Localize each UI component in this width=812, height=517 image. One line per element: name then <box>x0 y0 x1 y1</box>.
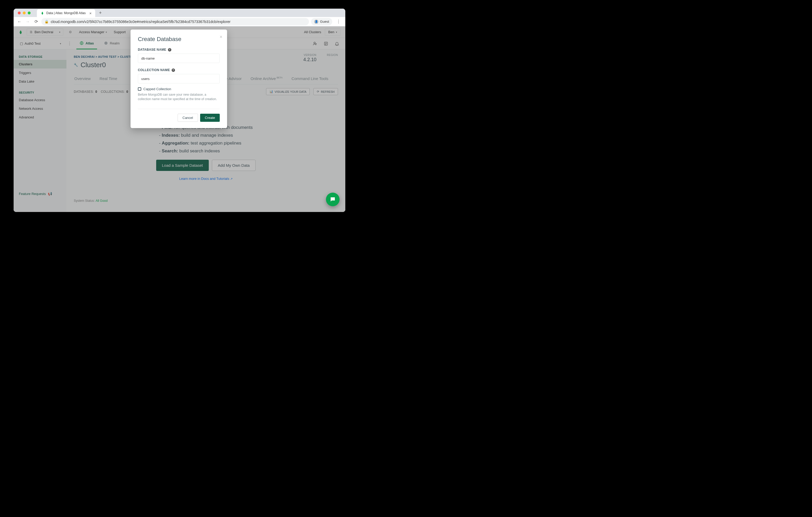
back-button[interactable]: ← <box>16 19 23 24</box>
cancel-button[interactable]: Cancel <box>178 114 198 122</box>
help-icon[interactable]: ? <box>172 68 175 72</box>
collection-name-input[interactable] <box>138 74 220 83</box>
helper-text: Before MongoDB can save your new databas… <box>138 93 220 101</box>
db-name-input[interactable] <box>138 54 220 63</box>
close-window-icon[interactable] <box>18 11 21 14</box>
lock-icon: 🔒 <box>45 20 49 24</box>
browser-window: Data | Atlas: MongoDB Atlas × + ← → ⟳ 🔒 … <box>13 9 345 212</box>
intercom-chat-button[interactable] <box>326 193 340 206</box>
app: 🗎 Ben Dechrai ▾ ⚙ Access Manager ▾ Suppo… <box>13 26 345 212</box>
profile-button[interactable]: 👤 Guest <box>311 18 332 25</box>
url-text: cloud.mongodb.com/v2/5f437cc7b89c3755086… <box>51 20 230 24</box>
new-tab-button[interactable]: + <box>99 10 102 16</box>
tab-close-icon[interactable]: × <box>89 11 92 16</box>
window-controls <box>16 11 32 14</box>
chat-icon <box>329 196 336 203</box>
checkbox-icon <box>138 87 141 91</box>
collection-name-label: COLLECTION NAME ? <box>138 68 220 72</box>
mongodb-leaf-icon <box>40 11 44 15</box>
omnibox[interactable]: 🔒 cloud.mongodb.com/v2/5f437cc7b89c37550… <box>41 18 309 25</box>
create-database-modal: × Create Database DATABASE NAME ? COLLEC… <box>130 30 227 128</box>
maximize-window-icon[interactable] <box>28 11 31 14</box>
tab-title: Data | Atlas: MongoDB Atlas <box>46 11 86 15</box>
modal-close-button[interactable]: × <box>220 34 222 40</box>
forward-button[interactable]: → <box>25 19 31 24</box>
tab-strip: Data | Atlas: MongoDB Atlas × + <box>13 9 345 17</box>
minimize-window-icon[interactable] <box>23 11 26 14</box>
modal-title: Create Database <box>138 36 220 42</box>
capped-collection-checkbox[interactable]: Capped Collection <box>138 87 220 91</box>
profile-avatar-icon: 👤 <box>314 20 318 24</box>
profile-label: Guest <box>320 20 329 24</box>
help-icon[interactable]: ? <box>168 48 171 52</box>
modal-footer: Cancel Create <box>138 109 220 122</box>
browser-menu-button[interactable]: ⋮ <box>334 19 343 24</box>
create-button[interactable]: Create <box>200 114 220 122</box>
reload-button[interactable]: ⟳ <box>33 19 39 24</box>
db-name-label: DATABASE NAME ? <box>138 48 220 52</box>
address-bar: ← → ⟳ 🔒 cloud.mongodb.com/v2/5f437cc7b89… <box>13 17 345 26</box>
browser-tab[interactable]: Data | Atlas: MongoDB Atlas × <box>37 9 95 17</box>
